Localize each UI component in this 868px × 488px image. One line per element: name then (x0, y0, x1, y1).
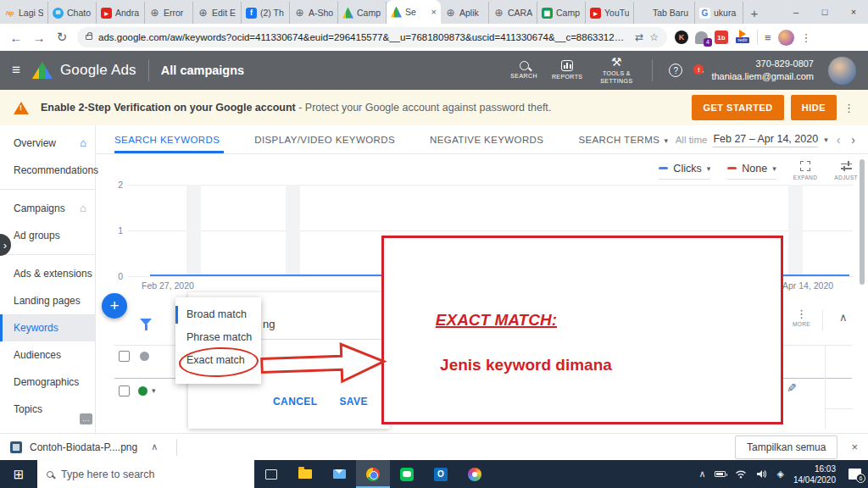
bookmark-star-icon[interactable]: ☆ (649, 31, 659, 43)
edit-pencil-icon[interactable]: ✎ (787, 381, 797, 395)
file-explorer-button[interactable] (288, 460, 322, 488)
date-range-picker[interactable]: All time Feb 27 – Apr 14, 2020 ▾ ‹ › (676, 125, 858, 154)
browser-tab[interactable]: Camp × (338, 2, 387, 24)
task-view-button[interactable] (254, 460, 288, 488)
menu-hamburger-icon[interactable]: ≡ (12, 62, 20, 79)
url-text[interactable]: ads.google.com/aw/keywords?ocid=41133067… (98, 32, 629, 42)
show-all-downloads-button[interactable]: Tampilkan semua (735, 435, 837, 459)
browser-profile-avatar[interactable] (778, 30, 794, 46)
prev-period-icon[interactable]: ‹ (834, 133, 843, 147)
redirect-extension-icon[interactable]: redir (735, 30, 750, 44)
search-nav-button[interactable]: SEARCH (510, 61, 537, 80)
browser-tab[interactable]: ▶ Andra × (97, 2, 145, 24)
outlook-button[interactable]: O (424, 460, 458, 488)
tray-chevron-icon[interactable]: ∧ (698, 469, 705, 480)
hide-button[interactable]: HIDE (791, 95, 837, 120)
sidebar-item[interactable]: Campaigns ⌂ (0, 195, 95, 222)
next-period-icon[interactable]: › (849, 133, 858, 147)
volume-icon[interactable] (756, 469, 767, 479)
taskbar-clock[interactable]: 16:03 14/04/2020 (793, 463, 836, 485)
close-download-bar-icon[interactable]: × (851, 441, 858, 453)
sidebar-item[interactable]: Keywords ⌂ (0, 314, 95, 341)
row-checkbox[interactable] (119, 385, 130, 396)
status-dot-paused[interactable] (140, 352, 149, 361)
browser-tab[interactable]: ▶ YouTu × (586, 2, 634, 24)
forward-icon[interactable]: → (31, 30, 47, 45)
match-type-option[interactable]: Phrase match (175, 326, 261, 349)
sidebar-item[interactable]: Overview ⌂ (0, 130, 95, 157)
paint-button[interactable] (458, 460, 492, 488)
browser-tab[interactable]: Tab Baru × (634, 2, 695, 24)
browser-tab[interactable]: ⊕ Aplik × (441, 2, 489, 24)
browser-tab[interactable]: ⊕ Edit E × (193, 2, 242, 24)
maximize-button[interactable]: □ (810, 0, 839, 24)
minimize-button[interactable]: – (782, 0, 810, 24)
browser-tab[interactable]: ⊕ Error × (145, 2, 193, 24)
translate-icon[interactable]: ⇄ (635, 31, 643, 43)
browser-tab[interactable]: ▦ Camp × (537, 2, 586, 24)
chrome-button[interactable] (356, 460, 390, 488)
metric-none-select[interactable]: None ▾ (727, 163, 776, 180)
browser-tab[interactable]: ⊕ A-Sho × (290, 2, 338, 24)
page-scrollbar[interactable] (860, 159, 865, 285)
expand-chart-button[interactable]: EXPAND (793, 161, 818, 180)
browser-tab[interactable]: hip Lagi S × (0, 2, 48, 24)
row-checkbox[interactable] (119, 351, 130, 362)
action-center-icon[interactable]: 6 (849, 469, 861, 480)
help-icon[interactable]: ? (669, 64, 682, 77)
account-scope-label[interactable]: All campaigns (161, 64, 244, 77)
caret-down-icon[interactable]: ▾ (824, 136, 828, 144)
media-list-icon[interactable]: ≡ (765, 31, 771, 44)
banner-overflow-icon[interactable]: ⋮ (843, 102, 854, 114)
download-filename[interactable]: Contoh-Biodata-P....png (30, 441, 137, 453)
dropbox-icon[interactable]: ◈ (776, 469, 783, 480)
sidebar-item[interactable]: Landing pages ⌂ (0, 287, 95, 314)
back-icon[interactable]: ← (8, 30, 24, 45)
add-keyword-fab[interactable]: + (102, 293, 127, 319)
battery-icon[interactable] (715, 471, 726, 477)
sidebar-item[interactable]: Ads & extensions ⌂ (0, 260, 95, 287)
wifi-icon[interactable] (735, 469, 747, 479)
browser-tab[interactable]: ✉ Chato × (48, 2, 97, 24)
sidebar-item[interactable]: Ad groups ⌂ (0, 222, 95, 249)
browser-tab[interactable]: Se × (387, 0, 441, 24)
browser-tab[interactable]: f (2) Th × (242, 2, 290, 24)
sidebar-item[interactable]: Demographics ⌂ (0, 369, 95, 396)
start-button[interactable]: ⊞ (0, 460, 37, 488)
ghostery-extension-icon[interactable]: 4 (695, 31, 708, 44)
line-app-button[interactable] (390, 460, 424, 488)
keyword-tab[interactable]: SEARCH KEYWORDS (114, 125, 224, 153)
k-extension-icon[interactable]: K (675, 30, 688, 44)
keyword-tab[interactable]: NEGATIVE KEYWORDS (430, 125, 548, 153)
browser-menu-icon[interactable]: ⋮ (801, 31, 812, 44)
tools-settings-button[interactable]: ⚒ TOOLS & SETTINGS (597, 56, 636, 85)
mail-button[interactable] (322, 460, 356, 488)
refresh-icon[interactable]: ↻ (54, 30, 70, 45)
download-expand-icon[interactable]: ∧ (151, 441, 158, 452)
date-range-value[interactable]: Feb 27 – Apr 14, 2020 (713, 133, 818, 147)
keyword-tab[interactable]: DISPLAY/VIDEO KEYWORDS (254, 125, 399, 153)
browser-tab[interactable]: ⊕ CARA × (489, 2, 537, 24)
reports-nav-button[interactable]: REPORTS (552, 60, 583, 80)
sidebar-item[interactable]: Recommendations ⌂ (0, 157, 95, 184)
filter-funnel-icon[interactable] (140, 319, 152, 325)
taskbar-search[interactable]: Type here to search (37, 460, 254, 488)
status-caret-icon[interactable]: ▾ (152, 386, 156, 395)
browser-tab[interactable]: G ukura × (695, 2, 743, 24)
cancel-button[interactable]: CANCEL (273, 396, 317, 408)
sidebar-item[interactable]: ⌂ (0, 254, 95, 255)
metric-clicks-select[interactable]: Clicks ▾ (659, 163, 710, 180)
save-button[interactable]: SAVE (339, 396, 367, 408)
match-type-option[interactable]: Broad match (175, 303, 261, 326)
close-window-button[interactable]: × (839, 0, 868, 24)
more-menu-button[interactable]: ⋮ MORE (793, 308, 810, 327)
tab-close-icon[interactable]: × (431, 7, 437, 17)
new-tab-button[interactable]: + (743, 2, 765, 24)
keyword-tab[interactable]: SEARCH TERMS▾ (578, 125, 668, 153)
account-avatar[interactable] (828, 57, 856, 85)
sidebar-item[interactable]: ⌂ (0, 189, 95, 190)
collapse-table-icon[interactable]: ∧ (839, 311, 848, 324)
status-dot-enabled[interactable] (138, 386, 147, 396)
adjust-chart-button[interactable]: ADJUST (834, 161, 858, 180)
keyword-input-fragment[interactable]: ng (263, 318, 275, 330)
